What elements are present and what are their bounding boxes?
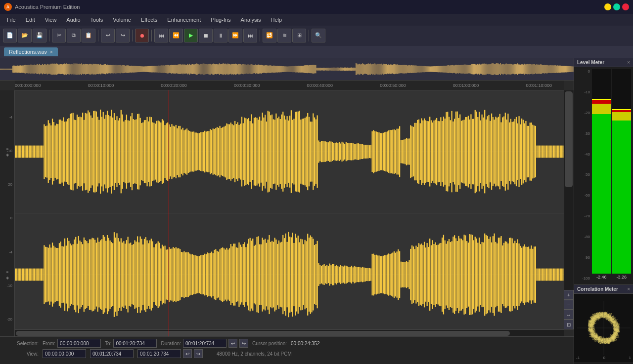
ruler-mark-20: 00:00:20:000 [161, 83, 187, 88]
new-button[interactable]: 📄 [3, 29, 17, 42]
copy-button[interactable]: ⧉ [67, 29, 81, 42]
zoom-selection-button[interactable]: ⊡ [564, 320, 574, 329]
meter-red-right [612, 110, 632, 112]
channel-left-strip: ≡ ◈ [0, 90, 15, 213]
channel-left [15, 90, 564, 213]
waveform-editor[interactable]: -4 -10 -20 0 -4 -10 -20 00:00:00:000 00:… [0, 81, 574, 336]
duration-group: Duration: ↩ ↪ [161, 339, 248, 348]
zoom-out-button[interactable]: − [564, 300, 574, 310]
file-tab-close[interactable]: × [50, 49, 53, 55]
scrub-button[interactable]: ≋ [277, 29, 291, 42]
from-group: From: [43, 339, 101, 348]
title-bar: A Acoustica Premium Edition [0, 0, 633, 14]
duration-input[interactable] [183, 339, 226, 348]
from-input[interactable] [57, 339, 101, 348]
fast-forward-button[interactable]: ⏩ [228, 29, 242, 42]
menu-plugins[interactable]: Plug-Ins [206, 16, 235, 24]
view-duration-input[interactable] [137, 349, 181, 358]
pause-button[interactable]: ⏸ [214, 29, 227, 42]
ruler-mark-0: 00:00:00:000 [15, 83, 41, 88]
waveform-area: -4 -10 -20 0 -4 -10 -20 00:00:00:000 00:… [0, 58, 574, 364]
menu-enhancement[interactable]: Enhancement [162, 16, 206, 24]
meter-bar-right [612, 69, 632, 274]
tick-10: -10 [584, 90, 590, 94]
overview-canvas [0, 58, 574, 80]
horizontal-scrollbar[interactable] [15, 329, 564, 336]
menu-file[interactable]: File [2, 16, 21, 24]
redo-button[interactable]: ↪ [116, 29, 130, 42]
scrollbar-thumb-v[interactable] [565, 91, 573, 187]
paste-button[interactable]: 📋 [82, 29, 95, 42]
tick-90: -90 [584, 255, 590, 260]
main-area: -4 -10 -20 0 -4 -10 -20 00:00:00:000 00:… [0, 58, 633, 364]
ruler: 00:00:00:000 00:00:10:000 00:00:20:000 0… [15, 81, 564, 90]
view-from-input[interactable] [43, 349, 86, 358]
tick-100: -100 [582, 276, 590, 281]
overview-waveform[interactable] [0, 58, 574, 81]
menu-edit[interactable]: Edit [21, 16, 40, 24]
scrollbar-thumb-h[interactable] [16, 331, 510, 336]
meter-peak-left [592, 99, 611, 100]
view-redo-button[interactable]: ↪ [194, 349, 203, 358]
cut-button[interactable]: ✂ [52, 29, 66, 42]
zoom-tool-button[interactable]: 🔍 [312, 29, 325, 42]
close-button[interactable] [622, 3, 629, 10]
zoom-in-button[interactable]: + [564, 290, 574, 300]
tick-80: -80 [584, 235, 590, 239]
maximize-button[interactable] [613, 3, 620, 10]
app-icon: A [4, 3, 12, 11]
record-button[interactable]: ⏺ [135, 29, 149, 42]
corr-1: 1 [629, 356, 631, 360]
tick-20: -20 [584, 111, 590, 115]
view-row: View: ↩ ↪ 48000 Hz, 2 channels, 24 bit P… [4, 349, 570, 358]
mix-button[interactable]: ⊞ [292, 29, 306, 42]
ruler-mark-50: 00:00:50:000 [380, 83, 406, 88]
sel-undo-button[interactable]: ↩ [228, 339, 237, 348]
level-meter-content: 0 -10 -20 -30 -40 -50 -60 -70 -80 -90 -1… [574, 67, 633, 283]
separator-5 [260, 30, 260, 41]
right-panels: Level Meter × 0 -10 -20 -30 -40 -50 -60 … [574, 58, 633, 364]
channel-left-canvas [15, 90, 564, 213]
zoom-fit-button[interactable]: ↔ [564, 310, 574, 320]
wave-container[interactable] [15, 90, 564, 336]
corr-minus1: -1 [576, 356, 580, 360]
play-button[interactable]: ▶ [184, 29, 198, 42]
meter-green-left [592, 114, 611, 274]
menu-help[interactable]: Help [266, 16, 287, 24]
ruler-mark-40: 00:00:40:000 [307, 83, 333, 88]
minimize-button[interactable] [604, 3, 611, 10]
separator-2 [98, 30, 98, 41]
skip-end-button[interactable]: ⏭ [243, 29, 257, 42]
correlation-canvas [577, 301, 631, 355]
rewind-button[interactable]: ⏪ [169, 29, 183, 42]
view-undo-button[interactable]: ↩ [183, 349, 192, 358]
view-to-input[interactable] [90, 349, 134, 358]
menu-audio[interactable]: Audio [61, 16, 85, 24]
ruler-mark-60: 00:01:00:000 [453, 83, 479, 88]
stop-button[interactable]: ⏹ [199, 29, 213, 42]
menu-effects[interactable]: Effects [136, 16, 162, 24]
menu-analysis[interactable]: Analysis [236, 16, 266, 24]
undo-button[interactable]: ↩ [101, 29, 115, 42]
channel-left-solo: ◈ [6, 153, 9, 157]
sel-redo-button[interactable]: ↪ [239, 339, 248, 348]
tick-40: -40 [584, 152, 590, 157]
menu-view[interactable]: View [40, 16, 62, 24]
correlation-meter-close[interactable]: × [627, 286, 630, 292]
correlation-meter-title: Correlation Meter [577, 286, 618, 292]
duration-label: Duration: [161, 341, 181, 346]
channel-right-solo: ◈ [6, 276, 9, 280]
to-input[interactable] [113, 339, 157, 348]
open-button[interactable]: 📂 [18, 29, 32, 42]
file-tab-name: Reflections.wav [9, 49, 47, 55]
file-tab-reflections[interactable]: Reflections.wav × [4, 47, 58, 56]
ruler-mark-30: 00:00:30:000 [234, 83, 260, 88]
menu-volume[interactable]: Volume [108, 16, 136, 24]
menu-tools[interactable]: Tools [86, 16, 108, 24]
tick-70: -70 [584, 214, 590, 218]
skip-start-button[interactable]: ⏮ [154, 29, 168, 42]
save-button[interactable]: 💾 [33, 29, 46, 42]
loop-button[interactable]: 🔁 [263, 29, 276, 42]
meter-green-right [612, 121, 632, 274]
level-meter-close[interactable]: × [627, 60, 630, 65]
